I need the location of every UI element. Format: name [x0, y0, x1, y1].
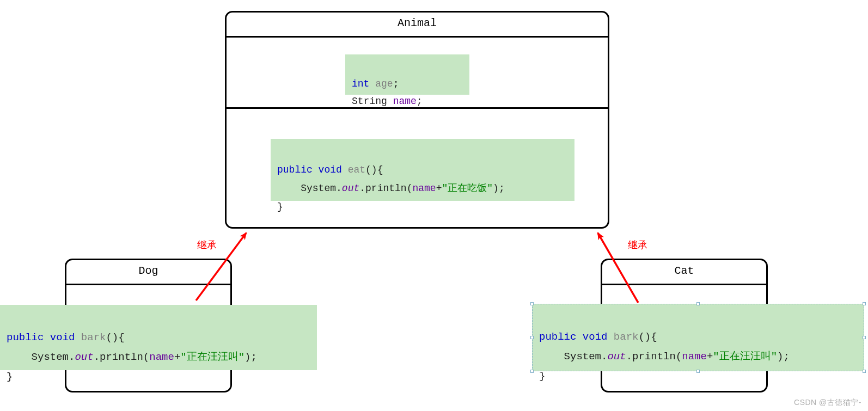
- inherit-label-right: 继承: [628, 238, 647, 251]
- dog-class-name: Dog: [66, 260, 230, 284]
- watermark: CSDN @古德猫宁-: [794, 398, 861, 408]
- animal-fields-code: int age; String name;: [345, 54, 469, 95]
- dog-divider: [66, 284, 230, 285]
- cat-class-name: Cat: [602, 260, 766, 284]
- selection-handle[interactable]: [863, 370, 866, 373]
- selection-handle[interactable]: [530, 370, 534, 373]
- animal-method-code: public void eat(){ System.out.println(na…: [271, 139, 574, 201]
- cat-divider: [602, 284, 766, 285]
- selection-handle[interactable]: [863, 336, 866, 339]
- selection-handle[interactable]: [696, 370, 700, 373]
- inherit-label-left: 继承: [197, 238, 217, 251]
- selection-handle[interactable]: [530, 336, 534, 339]
- selection-handle[interactable]: [863, 302, 866, 305]
- cat-method-code[interactable]: public void bark(){ System.out.println(n…: [532, 304, 864, 371]
- selection-handle[interactable]: [530, 302, 534, 305]
- dog-method-code: public void bark(){ System.out.println(n…: [0, 305, 317, 370]
- selection-handle[interactable]: [696, 302, 700, 305]
- animal-class-name: Animal: [227, 13, 608, 36]
